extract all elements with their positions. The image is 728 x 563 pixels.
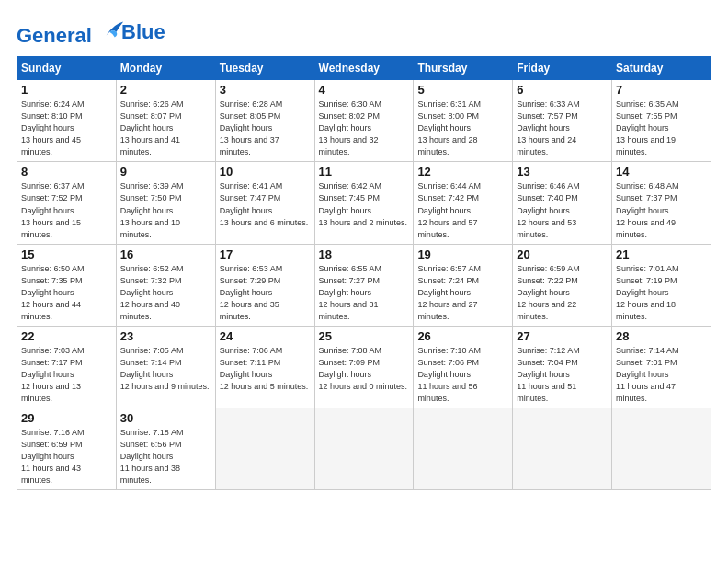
calendar-header-friday: Friday — [513, 57, 612, 80]
calendar-cell — [612, 408, 711, 490]
day-number: 6 — [517, 83, 608, 97]
calendar-cell: 19 Sunrise: 6:57 AMSunset: 7:24 PMDaylig… — [414, 244, 513, 326]
cell-info: Sunrise: 6:37 AMSunset: 7:52 PMDaylight … — [21, 181, 85, 238]
logo-general: General — [17, 24, 92, 47]
calendar-cell: 6 Sunrise: 6:33 AMSunset: 7:57 PMDayligh… — [513, 80, 612, 162]
calendar-cell — [314, 408, 414, 490]
cell-info: Sunrise: 7:05 AMSunset: 7:14 PMDaylight … — [120, 346, 210, 391]
day-number: 17 — [220, 247, 311, 261]
calendar-cell: 13 Sunrise: 6:46 AMSunset: 7:40 PMDaylig… — [513, 162, 612, 244]
cell-info: Sunrise: 7:12 AMSunset: 7:04 PMDaylight … — [517, 346, 580, 403]
day-number: 9 — [120, 165, 211, 178]
cell-info: Sunrise: 7:01 AMSunset: 7:19 PMDaylight … — [616, 264, 679, 321]
calendar-cell: 16 Sunrise: 6:52 AMSunset: 7:32 PMDaylig… — [116, 244, 215, 326]
cell-info: Sunrise: 6:33 AMSunset: 7:57 PMDaylight … — [517, 99, 580, 156]
day-number: 5 — [417, 83, 508, 97]
cell-info: Sunrise: 6:39 AMSunset: 7:50 PMDaylight … — [120, 181, 184, 238]
cell-info: Sunrise: 6:50 AMSunset: 7:35 PMDaylight … — [21, 264, 85, 321]
day-number: 23 — [120, 329, 211, 343]
page: General Blue SundayMondayTuesdayWednesda… — [0, 0, 728, 500]
calendar-header-saturday: Saturday — [612, 57, 711, 80]
day-number: 14 — [616, 165, 707, 178]
calendar-body: 1 Sunrise: 6:24 AMSunset: 8:10 PMDayligh… — [17, 80, 711, 490]
calendar-cell: 30 Sunrise: 7:18 AMSunset: 6:56 PMDaylig… — [116, 408, 215, 490]
calendar-cell: 22 Sunrise: 7:03 AMSunset: 7:17 PMDaylig… — [17, 326, 117, 408]
calendar-week-2: 8 Sunrise: 6:37 AMSunset: 7:52 PMDayligh… — [17, 162, 711, 244]
calendar-week-5: 29 Sunrise: 7:16 AMSunset: 6:59 PMDaylig… — [17, 408, 711, 490]
calendar-cell: 18 Sunrise: 6:55 AMSunset: 7:27 PMDaylig… — [314, 244, 414, 326]
day-number: 3 — [220, 83, 311, 97]
calendar-cell: 27 Sunrise: 7:12 AMSunset: 7:04 PMDaylig… — [513, 326, 612, 408]
calendar-header-sunday: Sunday — [17, 57, 117, 80]
cell-info: Sunrise: 6:44 AMSunset: 7:42 PMDaylight … — [417, 181, 481, 238]
day-number: 27 — [517, 329, 608, 343]
calendar-cell: 14 Sunrise: 6:48 AMSunset: 7:37 PMDaylig… — [612, 162, 711, 244]
day-number: 26 — [417, 329, 508, 343]
cell-info: Sunrise: 6:28 AMSunset: 8:05 PMDaylight … — [220, 99, 283, 156]
calendar-cell: 1 Sunrise: 6:24 AMSunset: 8:10 PMDayligh… — [17, 80, 117, 162]
calendar-cell: 17 Sunrise: 6:53 AMSunset: 7:29 PMDaylig… — [215, 244, 314, 326]
calendar-header-wednesday: Wednesday — [314, 57, 414, 80]
cell-info: Sunrise: 6:53 AMSunset: 7:29 PMDaylight … — [220, 264, 283, 321]
day-number: 29 — [21, 411, 112, 425]
cell-info: Sunrise: 6:26 AMSunset: 8:07 PMDaylight … — [120, 99, 184, 156]
calendar-cell: 2 Sunrise: 6:26 AMSunset: 8:07 PMDayligh… — [116, 80, 215, 162]
calendar-cell: 28 Sunrise: 7:14 AMSunset: 7:01 PMDaylig… — [612, 326, 711, 408]
calendar-header-monday: Monday — [116, 57, 215, 80]
day-number: 7 — [616, 83, 707, 97]
cell-info: Sunrise: 7:10 AMSunset: 7:06 PMDaylight … — [417, 346, 481, 403]
cell-info: Sunrise: 6:24 AMSunset: 8:10 PMDaylight … — [21, 99, 85, 156]
calendar-cell: 21 Sunrise: 7:01 AMSunset: 7:19 PMDaylig… — [612, 244, 711, 326]
calendar-cell: 26 Sunrise: 7:10 AMSunset: 7:06 PMDaylig… — [414, 326, 513, 408]
day-number: 4 — [319, 83, 410, 97]
calendar-cell — [215, 408, 314, 490]
calendar-cell: 7 Sunrise: 6:35 AMSunset: 7:55 PMDayligh… — [612, 80, 711, 162]
calendar-cell: 25 Sunrise: 7:08 AMSunset: 7:09 PMDaylig… — [314, 326, 414, 408]
logo-blue: Blue — [121, 21, 165, 43]
day-number: 13 — [517, 165, 608, 178]
calendar-cell — [414, 408, 513, 490]
calendar-cell: 11 Sunrise: 6:42 AMSunset: 7:45 PMDaylig… — [314, 162, 414, 244]
cell-info: Sunrise: 7:18 AMSunset: 6:56 PMDaylight … — [120, 428, 184, 485]
cell-info: Sunrise: 6:48 AMSunset: 7:37 PMDaylight … — [616, 181, 679, 238]
cell-info: Sunrise: 6:55 AMSunset: 7:27 PMDaylight … — [319, 264, 382, 321]
day-number: 18 — [319, 247, 410, 261]
cell-info: Sunrise: 6:42 AMSunset: 7:45 PMDaylight … — [319, 181, 408, 226]
calendar-week-1: 1 Sunrise: 6:24 AMSunset: 8:10 PMDayligh… — [17, 80, 711, 162]
calendar-header-tuesday: Tuesday — [215, 57, 314, 80]
cell-info: Sunrise: 6:57 AMSunset: 7:24 PMDaylight … — [417, 264, 481, 321]
day-number: 22 — [21, 329, 112, 343]
calendar-cell: 12 Sunrise: 6:44 AMSunset: 7:42 PMDaylig… — [414, 162, 513, 244]
cell-info: Sunrise: 7:16 AMSunset: 6:59 PMDaylight … — [21, 428, 85, 485]
calendar-cell: 9 Sunrise: 6:39 AMSunset: 7:50 PMDayligh… — [116, 162, 215, 244]
cell-info: Sunrise: 6:52 AMSunset: 7:32 PMDaylight … — [120, 264, 184, 321]
day-number: 15 — [21, 247, 112, 261]
calendar-cell: 29 Sunrise: 7:16 AMSunset: 6:59 PMDaylig… — [17, 408, 117, 490]
calendar-cell: 15 Sunrise: 6:50 AMSunset: 7:35 PMDaylig… — [17, 244, 117, 326]
cell-info: Sunrise: 6:46 AMSunset: 7:40 PMDaylight … — [517, 181, 580, 238]
day-number: 12 — [417, 165, 508, 178]
calendar-cell: 5 Sunrise: 6:31 AMSunset: 8:00 PMDayligh… — [414, 80, 513, 162]
day-number: 16 — [120, 247, 211, 261]
day-number: 25 — [319, 329, 410, 343]
calendar-cell: 23 Sunrise: 7:05 AMSunset: 7:14 PMDaylig… — [116, 326, 215, 408]
calendar-cell: 10 Sunrise: 6:41 AMSunset: 7:47 PMDaylig… — [215, 162, 314, 244]
calendar-cell: 8 Sunrise: 6:37 AMSunset: 7:52 PMDayligh… — [17, 162, 117, 244]
cell-info: Sunrise: 7:14 AMSunset: 7:01 PMDaylight … — [616, 346, 679, 403]
calendar-week-3: 15 Sunrise: 6:50 AMSunset: 7:35 PMDaylig… — [17, 244, 711, 326]
cell-info: Sunrise: 7:06 AMSunset: 7:11 PMDaylight … — [220, 346, 309, 391]
calendar-cell: 20 Sunrise: 6:59 AMSunset: 7:22 PMDaylig… — [513, 244, 612, 326]
logo-text: General — [17, 17, 125, 47]
day-number: 8 — [21, 165, 112, 178]
cell-info: Sunrise: 6:30 AMSunset: 8:02 PMDaylight … — [319, 99, 382, 156]
cell-info: Sunrise: 7:08 AMSunset: 7:09 PMDaylight … — [319, 346, 408, 391]
day-number: 21 — [616, 247, 707, 261]
calendar-cell: 3 Sunrise: 6:28 AMSunset: 8:05 PMDayligh… — [215, 80, 314, 162]
cell-info: Sunrise: 7:03 AMSunset: 7:17 PMDaylight … — [21, 346, 85, 403]
logo: General Blue — [17, 17, 165, 47]
cell-info: Sunrise: 6:35 AMSunset: 7:55 PMDaylight … — [616, 99, 679, 156]
day-number: 20 — [517, 247, 608, 261]
day-number: 28 — [616, 329, 707, 343]
header: General Blue — [17, 17, 711, 47]
day-number: 1 — [21, 83, 112, 97]
